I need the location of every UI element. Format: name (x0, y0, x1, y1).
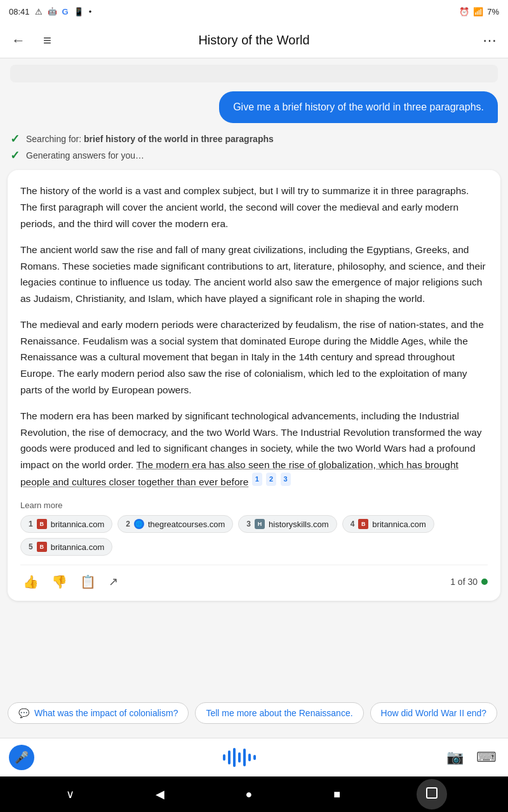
wave-bar-7 (253, 755, 256, 760)
thumbs-up-button[interactable]: 👍 (20, 572, 41, 592)
source-chip-3[interactable]: 3 H historyskills.com (238, 515, 337, 533)
check-icon-1: ✓ (10, 132, 20, 146)
suggestion-text-1: What was the impact of colonialism? (34, 708, 178, 718)
nav-left: ← ≡ (8, 29, 55, 53)
audio-wave-indicator (42, 745, 436, 770)
android-extra-button[interactable] (417, 779, 447, 809)
recents-inner-icon (426, 787, 438, 799)
alert-icon: ⚠ (35, 7, 43, 16)
source-chip-4[interactable]: 4 B britannica.com (342, 515, 434, 533)
wave-bar-4 (238, 752, 241, 763)
mic-icon: 🎤 (15, 750, 29, 764)
britannica-icon-3: B (37, 542, 47, 552)
copy-button[interactable]: 📋 (77, 572, 98, 592)
source-chip-1[interactable]: 1 B britannica.com (20, 515, 112, 533)
ai-paragraph-4: The modern era has been marked by signif… (20, 408, 488, 490)
citation-3[interactable]: 3 (281, 473, 291, 485)
page-counter-text: 1 of 30 (450, 577, 478, 587)
share-button[interactable]: ↗ (106, 572, 121, 591)
keyboard-button[interactable]: ⌨ (474, 747, 499, 768)
wave-bar-3 (233, 748, 236, 767)
android-down-button[interactable]: ∨ (61, 782, 79, 806)
google-g-icon: G (62, 7, 69, 16)
learn-more-section: Learn more 1 B britannica.com 2 🌐 thegre… (20, 501, 488, 556)
wave-bar-6 (248, 754, 251, 761)
suggestions-row: 💬 What was the impact of colonialism? Te… (0, 696, 508, 730)
source-num-4: 4 (351, 520, 355, 528)
search-status-text: Searching for: brief history of the worl… (26, 134, 274, 144)
home-circle-icon: ● (246, 788, 253, 801)
android-back-button[interactable]: ◀ (150, 782, 170, 806)
search-status-line: ✓ Searching for: brief history of the wo… (10, 132, 498, 146)
previous-message-stub (10, 65, 498, 82)
wave-bar-5 (243, 749, 246, 766)
battery-level: 7% (487, 7, 499, 16)
menu-button[interactable]: ≡ (39, 29, 55, 53)
historyskills-icon: H (255, 519, 265, 529)
check-icon-2: ✓ (10, 148, 20, 162)
page-title: History of the World (198, 33, 309, 48)
camera-button[interactable]: 📷 (444, 747, 466, 768)
source-num-3: 3 (246, 520, 251, 528)
chat-area: Give me a brief history of the world in … (0, 58, 508, 738)
user-message-text: Give me a brief history of the world in … (233, 102, 484, 112)
mic-button[interactable]: 🎤 (9, 745, 34, 770)
generating-status-line: ✓ Generating answers for you… (10, 148, 498, 162)
thumbs-down-icon: 👎 (51, 574, 67, 589)
keyboard-icon: ⌨ (476, 749, 497, 766)
source-chips-container: 1 B britannica.com 2 🌐 thegreatcourses.c… (20, 515, 488, 556)
nav-right: ⋯ (479, 29, 500, 53)
source-domain-4: britannica.com (372, 520, 426, 529)
thumbs-down-button[interactable]: 👎 (49, 572, 70, 592)
suggestion-chip-1[interactable]: 💬 What was the impact of colonialism? (8, 702, 189, 724)
action-bar: 👍 👎 📋 ↗ 1 of 30 (20, 565, 488, 592)
bottom-input-bar: 🎤 📷 ⌨ (0, 738, 508, 776)
hamburger-icon: ≡ (43, 32, 51, 49)
source-chip-5[interactable]: 5 B britannica.com (20, 538, 112, 556)
ai-paragraph-3: The medieval and early modern periods we… (20, 317, 488, 398)
source-domain-3: historyskills.com (269, 520, 329, 529)
suggestion-chip-3[interactable]: How did World War II end? (370, 702, 498, 724)
share-icon: ↗ (109, 575, 118, 589)
more-options-button[interactable]: ⋯ (479, 29, 500, 53)
learn-more-label: Learn more (20, 501, 488, 510)
source-domain-5: britannica.com (51, 542, 105, 552)
green-dot-indicator (481, 579, 488, 585)
suggestion-chip-2[interactable]: Tell me more about the Renaissance. (195, 702, 363, 724)
generating-status-text: Generating answers for you… (26, 150, 144, 160)
suggestion-icon-1: 💬 (18, 708, 29, 718)
source-domain-2: thegreatcourses.com (148, 520, 225, 529)
source-domain-1: britannica.com (51, 520, 105, 529)
clock-icon: ⏰ (459, 7, 469, 16)
status-bar: 08:41 ⚠ 🤖 G 📱 • ⏰ 📶 7% (0, 0, 508, 23)
recents-square-icon: ■ (333, 788, 340, 801)
android-nav-bar: ∨ ◀ ● ■ (0, 776, 508, 812)
citation-2[interactable]: 2 (266, 473, 276, 485)
thegreatcourses-icon: 🌐 (134, 519, 144, 529)
source-num-5: 5 (29, 542, 33, 551)
status-time: 08:41 (9, 7, 30, 16)
android-recents-button[interactable]: ■ (328, 783, 345, 806)
more-icon: ⋯ (483, 32, 497, 49)
action-icons-group: 👍 👎 📋 ↗ (20, 572, 121, 592)
status-bar-left: 08:41 ⚠ 🤖 G 📱 • (9, 7, 91, 16)
wave-bar-1 (223, 754, 225, 761)
back-triangle-icon: ◀ (156, 788, 164, 801)
source-chip-2[interactable]: 2 🌐 thegreatcourses.com (117, 515, 233, 533)
spacer-area (0, 606, 508, 696)
camera-icon: 📷 (446, 749, 464, 766)
source-num-2: 2 (126, 520, 130, 528)
suggestion-text-2: Tell me more about the Renaissance. (206, 708, 352, 718)
ai-response-card: The history of the world is a vast and c… (8, 170, 500, 601)
citation-1[interactable]: 1 (252, 473, 262, 485)
user-message-bubble: Give me a brief history of the world in … (219, 91, 498, 123)
thumbs-up-icon: 👍 (23, 574, 39, 589)
android-icon: 🤖 (48, 7, 57, 16)
britannica-icon-1: B (37, 519, 47, 529)
android-home-button[interactable]: ● (241, 783, 258, 806)
dot-icon: • (89, 7, 92, 16)
source-num-1: 1 (29, 520, 33, 528)
back-button[interactable]: ← (8, 29, 29, 53)
britannica-icon-2: B (358, 519, 368, 529)
phone-icon: 📱 (74, 7, 84, 16)
